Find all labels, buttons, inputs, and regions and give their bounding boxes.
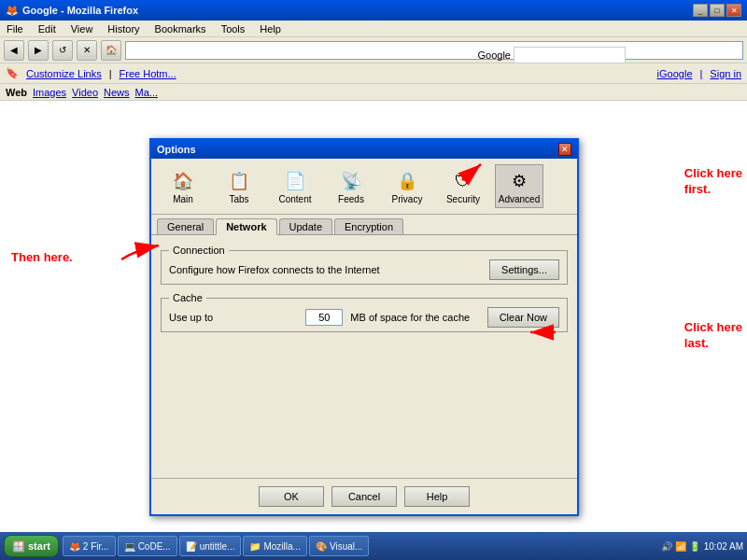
title-bar: 🦊 Google - Mozilla Firefox _ □ ✕ [0, 0, 747, 21]
taskbar-item-mozilla[interactable]: 📁 Mozilla... [243, 536, 306, 556]
tabs-label: Tabs [229, 194, 248, 204]
feeds-label: Feeds [338, 194, 364, 204]
video-link[interactable]: Video [72, 87, 98, 98]
menu-file[interactable]: File [4, 23, 26, 35]
security-icon: 🛡 [450, 168, 476, 194]
dialog-tabs: General Network Update Encryption [151, 215, 577, 235]
start-label: start [28, 540, 50, 552]
taskbar-items: 🦊 2 Fir... 💻 CoDE... 📝 untittle... 📁 Moz… [63, 536, 369, 556]
dialog-title-bar: Options ✕ [151, 140, 577, 159]
mozilla-label: Mozilla... [263, 541, 300, 552]
firefox-icon: 🦊 [69, 541, 80, 552]
content-label: Content [278, 194, 311, 204]
icon-tabs[interactable]: 📋 Tabs [215, 164, 263, 208]
taskbar-item-untitled[interactable]: 📝 untittle... [179, 536, 242, 556]
icon-main[interactable]: 🏠 Main [159, 164, 207, 208]
separator-1: | [109, 68, 112, 79]
web-bar: Web Images Video News Ma... [0, 84, 747, 101]
icon-feeds[interactable]: 📡 Feeds [327, 164, 375, 208]
separator-2: | [700, 68, 703, 79]
code-label: CoDE... [138, 541, 171, 552]
start-icon: 🪟 [12, 540, 25, 553]
google-search-input[interactable] [514, 47, 626, 63]
dialog-overlay: Options ✕ 🏠 Main 📋 Tabs 📄 Conten [0, 101, 747, 543]
menu-history[interactable]: History [105, 23, 142, 35]
menu-view[interactable]: View [68, 23, 96, 35]
taskbar-item-visual[interactable]: 🎨 Visual... [309, 536, 369, 556]
cache-row: Use up to MB of space for the cache Clea… [169, 307, 559, 328]
dialog-content: Connection Configure how Firefox connect… [151, 235, 577, 478]
clear-now-button[interactable]: Clear Now [487, 307, 559, 328]
more-link[interactable]: Ma... [135, 87, 158, 98]
settings-button[interactable]: Settings... [489, 259, 559, 280]
close-window-button[interactable]: ✕ [726, 4, 741, 17]
advanced-icon: ⚙ [506, 168, 532, 194]
help-button[interactable]: Help [404, 486, 470, 507]
free-hotmail[interactable]: Free Hotm... [120, 68, 176, 79]
images-link[interactable]: Images [33, 87, 66, 98]
browser-window: 🦊 Google - Mozilla Firefox _ □ ✕ File Ed… [0, 0, 747, 560]
icon-privacy[interactable]: 🔒 Privacy [383, 164, 431, 208]
cache-pre-text: Use up to [169, 312, 298, 323]
sign-in-link[interactable]: Sign in [710, 68, 741, 79]
browser-icon: 🦊 [6, 5, 19, 17]
google-label: Google [478, 49, 511, 61]
back-button[interactable]: ◀ [4, 40, 24, 61]
taskbar-item-firefox[interactable]: 🦊 2 Fir... [63, 536, 116, 556]
content-icon: 📄 [282, 168, 308, 194]
menu-edit[interactable]: Edit [35, 23, 59, 35]
main-label: Main [173, 194, 193, 204]
feeds-icon: 📡 [338, 168, 364, 194]
connection-description: Configure how Firefox connects to the In… [169, 264, 482, 275]
menu-bookmarks[interactable]: Bookmarks [152, 23, 209, 35]
tab-network[interactable]: Network [216, 218, 276, 235]
menu-help[interactable]: Help [257, 23, 284, 35]
stop-button[interactable]: ✕ [77, 40, 97, 61]
bookmarks-bar: 🔖 Customize Links | Free Hotm... iGoogle… [0, 63, 747, 84]
privacy-label: Privacy [392, 194, 423, 204]
advanced-label: Advanced [499, 194, 540, 204]
cache-size-input[interactable] [305, 309, 343, 326]
connection-section: Connection Configure how Firefox connect… [161, 245, 568, 285]
cache-section: Cache Use up to MB of space for the cach… [161, 292, 568, 332]
tab-general[interactable]: General [157, 218, 214, 234]
igoogle-link[interactable]: iGoogle [657, 68, 693, 79]
visual-label: Visual... [330, 541, 362, 552]
icon-security[interactable]: 🛡 Security [439, 164, 487, 208]
privacy-icon: 🔒 [394, 168, 420, 194]
reload-button[interactable]: ↺ [52, 40, 73, 61]
icon-content[interactable]: 📄 Content [271, 164, 319, 208]
untitled-icon: 📝 [186, 541, 197, 552]
security-label: Security [446, 194, 480, 204]
cancel-button[interactable]: Cancel [331, 486, 397, 507]
visual-icon: 🎨 [316, 541, 327, 552]
dialog-close-button[interactable]: ✕ [558, 143, 571, 156]
window-controls: _ □ ✕ [693, 4, 741, 17]
menu-bar: File Edit View History Bookmarks Tools H… [0, 21, 747, 37]
tab-update[interactable]: Update [279, 218, 332, 234]
main-icon: 🏠 [170, 168, 196, 194]
ok-button[interactable]: OK [259, 486, 324, 507]
cache-post-text: MB of space for the cache [350, 312, 479, 323]
dialog-title: Options [157, 144, 196, 155]
icon-advanced[interactable]: ⚙ Advanced [495, 164, 543, 208]
tab-encryption[interactable]: Encryption [334, 218, 403, 234]
start-button[interactable]: 🪟 start [4, 535, 59, 557]
address-input[interactable] [125, 41, 743, 60]
menu-tools[interactable]: Tools [218, 23, 248, 35]
minimize-button[interactable]: _ [693, 4, 708, 17]
untitled-label: untittle... [200, 541, 235, 552]
news-link[interactable]: News [104, 87, 130, 98]
dialog-footer: OK Cancel Help [151, 478, 577, 514]
taskbar: 🪟 start 🦊 2 Fir... 💻 CoDE... 📝 untittle.… [0, 532, 747, 560]
forward-button[interactable]: ▶ [28, 40, 49, 61]
dialog-toolbar: 🏠 Main 📋 Tabs 📄 Content 📡 Feeds [151, 159, 577, 215]
taskbar-item-code[interactable]: 💻 CoDE... [118, 536, 177, 556]
tabs-icon: 📋 [226, 168, 252, 194]
options-dialog: Options ✕ 🏠 Main 📋 Tabs 📄 Conten [149, 138, 579, 516]
customize-links[interactable]: Customize Links [26, 68, 102, 79]
maximize-button[interactable]: □ [710, 4, 725, 17]
home-button[interactable]: 🏠 [101, 40, 121, 61]
browser-content: Click herefirst. Then here. Click herela… [0, 101, 747, 543]
code-icon: 💻 [124, 541, 135, 552]
